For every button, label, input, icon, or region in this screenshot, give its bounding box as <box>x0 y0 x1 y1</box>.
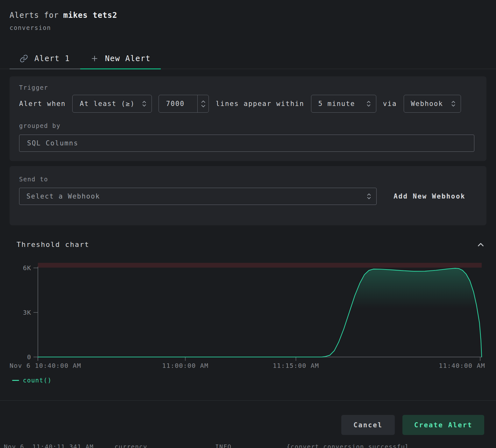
dataset-name: mikes tets2 <box>63 11 117 20</box>
tab-alert-1-underline <box>10 68 80 69</box>
alerts-modal: Alerts for mikes tets2 conversion Alert … <box>0 0 496 448</box>
legend-swatch <box>12 380 19 381</box>
chevron-up-icon <box>476 240 485 249</box>
page-title: Alerts for mikes tets2 <box>10 11 117 20</box>
cancel-button[interactable]: Cancel <box>341 415 395 435</box>
svg-text:11:15:00 AM: 11:15:00 AM <box>273 362 319 369</box>
threshold-chart: 03K6KNov 6 10:40:00 AM11:00:00 AM11:15:0… <box>0 259 496 374</box>
chevron-updown-icon <box>367 193 371 200</box>
background-log-row: Nov 6, 11:40:11.341 AM currency INFO {co… <box>0 443 496 448</box>
via-text: via <box>383 100 397 108</box>
svg-text:11:40:00 AM: 11:40:00 AM <box>439 362 485 369</box>
webhook-select[interactable]: Select a Webhook <box>19 188 377 205</box>
webhook-select-placeholder: Select a Webhook <box>26 192 100 200</box>
legend-label: count() <box>23 377 52 384</box>
grouped-by-label: grouped by <box>19 122 60 129</box>
chevron-updown-icon <box>366 100 371 107</box>
group-by-input[interactable] <box>19 135 474 152</box>
log-timestamp: Nov 6, 11:40:11.341 AM <box>4 443 94 448</box>
alert-tabs: Alert 1 New Alert <box>0 48 496 69</box>
stepper-down-icon[interactable] <box>201 105 205 108</box>
lines-appear-text: lines appear within <box>216 100 304 108</box>
svg-text:11:00:00 AM: 11:00:00 AM <box>162 362 209 369</box>
svg-text:0: 0 <box>27 353 31 361</box>
window-select-value: 5 minute <box>318 100 355 108</box>
comparison-select-value: At least (≥) <box>80 100 135 108</box>
collapse-chart-button[interactable] <box>475 240 486 250</box>
channel-select[interactable]: Webhook <box>404 95 461 113</box>
channel-select-value: Webhook <box>411 100 443 108</box>
link-icon <box>20 54 28 63</box>
tab-new-alert-label: New Alert <box>105 54 151 63</box>
alert-when-text: Alert when <box>19 100 66 108</box>
trigger-row: Alert when At least (≥) lines appear wit… <box>19 95 477 113</box>
threshold-chart-title: Threshold chart <box>17 241 89 248</box>
log-level: INFO <box>215 443 231 448</box>
legend-count: count() <box>12 377 52 384</box>
page-title-prefix: Alerts for <box>10 11 59 20</box>
tab-new-alert[interactable]: New Alert <box>80 48 161 69</box>
window-select[interactable]: 5 minute <box>311 95 376 113</box>
page-subtitle: conversion <box>10 24 51 31</box>
svg-text:Nov 6 10:40:00 AM: Nov 6 10:40:00 AM <box>10 362 81 369</box>
footer-divider <box>0 400 496 401</box>
plus-icon <box>90 54 99 63</box>
log-message: {convert conversion successful <box>287 443 409 448</box>
threshold-stepper[interactable] <box>197 95 209 112</box>
send-to-panel: Send to Select a Webhook Add New Webhook <box>10 166 486 225</box>
trigger-label: Trigger <box>19 84 48 91</box>
trigger-panel: Trigger Alert when At least (≥) lines ap… <box>10 76 486 161</box>
tab-alert-1-label: Alert 1 <box>34 54 70 63</box>
threshold-input[interactable] <box>159 95 197 112</box>
chevron-updown-icon <box>451 100 456 107</box>
threshold-number-field <box>159 95 209 113</box>
stepper-up-icon[interactable] <box>201 100 205 103</box>
svg-text:6K: 6K <box>23 264 31 272</box>
svg-text:3K: 3K <box>23 309 31 316</box>
add-new-webhook-button[interactable]: Add New Webhook <box>393 192 465 200</box>
active-tab-indicator <box>80 68 161 69</box>
log-service: currency <box>115 443 147 448</box>
tab-alert-1[interactable]: Alert 1 <box>10 48 80 69</box>
comparison-select[interactable]: At least (≥) <box>72 95 152 113</box>
chevron-updown-icon <box>142 100 146 107</box>
send-to-row: Select a Webhook Add New Webhook <box>19 188 477 205</box>
send-to-label: Send to <box>19 176 48 183</box>
create-alert-button[interactable]: Create Alert <box>402 415 484 435</box>
